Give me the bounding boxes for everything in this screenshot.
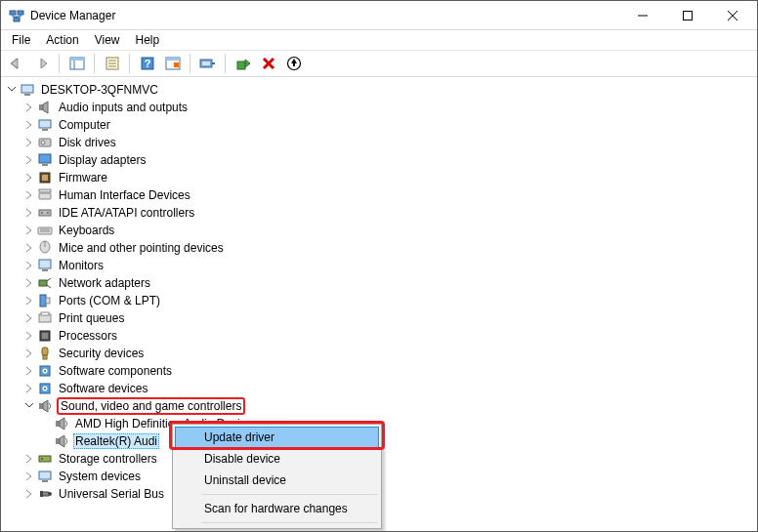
category-node[interactable]: Monitors: [3, 257, 757, 274]
root-node[interactable]: DESKTOP-3QFNMVC: [3, 81, 757, 99]
expand-icon[interactable]: [22, 206, 36, 220]
category-label: Storage controllers: [57, 451, 159, 467]
category-icon: [37, 240, 53, 256]
category-node[interactable]: Firmware: [3, 169, 757, 186]
help-button[interactable]: ?: [136, 53, 158, 74]
update-driver-button[interactable]: [282, 53, 305, 74]
menu-separator: [202, 494, 378, 495]
enable-device-button[interactable]: [232, 53, 254, 74]
expand-icon[interactable]: [22, 118, 36, 132]
app-icon: [9, 8, 24, 23]
category-node[interactable]: Audio inputs and outputs: [3, 99, 757, 116]
svg-rect-2: [14, 18, 20, 21]
category-node[interactable]: Security devices: [3, 345, 757, 362]
category-label: Audio inputs and outputs: [57, 100, 190, 115]
svg-rect-37: [42, 175, 48, 181]
menu-label: Disable device: [204, 452, 280, 466]
svg-marker-70: [60, 435, 64, 447]
category-icon: [37, 187, 53, 203]
collapse-icon[interactable]: [5, 83, 19, 97]
expand-icon[interactable]: [22, 347, 36, 360]
category-node[interactable]: Display adapters: [3, 151, 757, 169]
properties-button[interactable]: [101, 53, 123, 74]
expand-icon[interactable]: [22, 364, 36, 378]
expand-icon[interactable]: [22, 188, 36, 202]
category-node[interactable]: Mice and other pointing devices: [3, 239, 757, 257]
category-node[interactable]: Human Interface Devices: [3, 186, 757, 204]
speaker-icon: [54, 433, 69, 449]
category-node[interactable]: Processors: [3, 327, 757, 345]
svg-rect-57: [42, 348, 48, 355]
svg-rect-51: [40, 295, 46, 307]
category-label: Network adapters: [57, 275, 152, 291]
expand-icon[interactable]: [22, 470, 36, 483]
svg-rect-52: [46, 298, 50, 304]
category-node[interactable]: Disk drives: [3, 134, 757, 151]
expand-icon[interactable]: [22, 487, 36, 501]
action-icon-button[interactable]: [161, 53, 184, 74]
category-node[interactable]: Software components: [3, 362, 757, 380]
device-label: Realtek(R) Audi: [73, 433, 159, 449]
menu-help[interactable]: Help: [129, 32, 167, 48]
menu-scan-hardware[interactable]: Scan for hardware changes: [175, 498, 379, 519]
svg-rect-39: [39, 189, 51, 192]
expand-icon[interactable]: [22, 259, 36, 272]
category-label: Keyboards: [57, 223, 116, 238]
uninstall-device-button[interactable]: [257, 53, 279, 74]
collapse-icon[interactable]: [22, 399, 36, 413]
expand-icon[interactable]: [22, 171, 36, 184]
scan-hardware-button[interactable]: [196, 53, 219, 74]
expand-icon[interactable]: [22, 382, 36, 395]
menu-uninstall-device[interactable]: Uninstall device: [175, 470, 379, 491]
menu-action[interactable]: Action: [39, 32, 85, 48]
expand-icon[interactable]: [22, 224, 36, 237]
show-hide-tree-button[interactable]: [65, 53, 88, 74]
expand-icon[interactable]: [22, 294, 36, 307]
category-label: Sound, video and game controllers: [57, 397, 245, 415]
expand-icon[interactable]: [22, 311, 36, 325]
menu-view[interactable]: View: [88, 32, 127, 48]
svg-rect-69: [56, 438, 60, 444]
category-node[interactable]: IDE ATA/ATAPI controllers: [3, 204, 757, 222]
expand-icon[interactable]: [22, 136, 36, 149]
svg-rect-38: [39, 193, 51, 199]
expand-icon[interactable]: [22, 452, 36, 466]
close-button[interactable]: [710, 1, 755, 29]
category-node[interactable]: Software devices: [3, 380, 757, 397]
menu-disable-device[interactable]: Disable device: [175, 448, 379, 470]
expand-icon[interactable]: [22, 153, 36, 167]
expand-icon[interactable]: [22, 241, 36, 255]
category-sound[interactable]: Sound, video and game controllers: [3, 397, 757, 415]
category-node[interactable]: Ports (COM & LPT): [3, 292, 757, 309]
nav-back-button[interactable]: [5, 53, 27, 74]
svg-rect-7: [70, 58, 84, 61]
category-node[interactable]: Network adapters: [3, 274, 757, 292]
svg-rect-75: [40, 491, 43, 497]
category-node[interactable]: Computer: [3, 116, 757, 134]
category-label: Software devices: [57, 381, 149, 396]
svg-rect-26: [21, 85, 33, 93]
nav-forward-button[interactable]: [30, 53, 53, 74]
category-node[interactable]: Keyboards: [3, 222, 757, 239]
category-icon: [37, 275, 53, 291]
svg-rect-67: [56, 421, 60, 427]
expand-icon[interactable]: [22, 101, 36, 114]
expand-icon[interactable]: [22, 276, 36, 290]
category-label: Computer: [57, 117, 112, 133]
svg-rect-73: [39, 471, 51, 479]
svg-rect-35: [42, 164, 48, 166]
expand-icon[interactable]: [22, 329, 36, 343]
menu-file[interactable]: File: [5, 32, 37, 48]
svg-point-42: [47, 212, 49, 214]
category-node[interactable]: Print queues: [3, 309, 757, 327]
svg-rect-16: [166, 58, 180, 61]
category-icon: [37, 223, 53, 238]
menubar: File Action View Help: [1, 30, 757, 50]
svg-point-76: [48, 492, 52, 496]
device-tree[interactable]: DESKTOP-3QFNMVC Audio inputs and outputs…: [1, 77, 757, 531]
window-title: Device Manager: [30, 9, 620, 22]
svg-rect-17: [174, 62, 179, 67]
minimize-button[interactable]: [620, 1, 665, 29]
menu-update-driver[interactable]: Update driver: [175, 427, 379, 448]
maximize-button[interactable]: [665, 1, 710, 29]
